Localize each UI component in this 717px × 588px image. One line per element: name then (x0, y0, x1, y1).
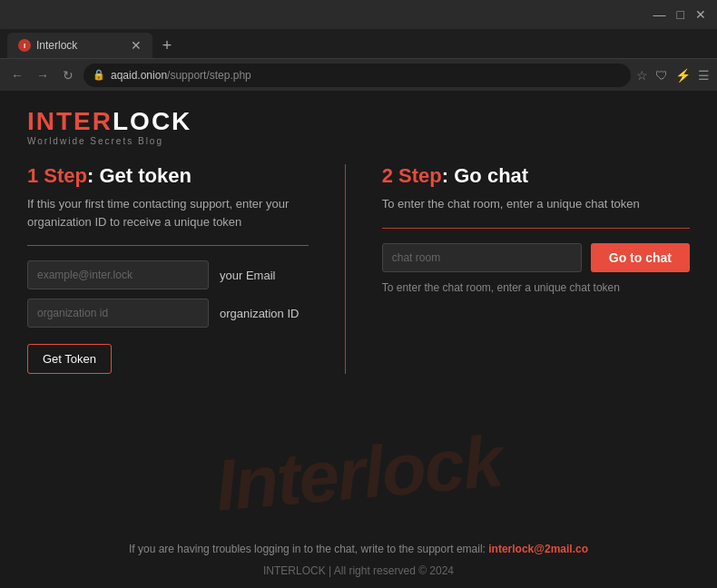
chat-row: Go to chat (382, 243, 690, 272)
window-controls-right: — □ ✕ (653, 7, 710, 22)
org-label: organization ID (220, 307, 299, 320)
url-bar[interactable]: 🔒 aqaid.onion/support/step.php (83, 64, 631, 87)
footer-trouble-text: If you are having troubles logging in to… (129, 543, 486, 555)
close-button[interactable]: ✕ (695, 7, 706, 22)
go-to-chat-button[interactable]: Go to chat (591, 243, 690, 272)
step1-heading: 1 Step: Get token (27, 164, 309, 188)
chat-token-input[interactable] (382, 243, 582, 272)
footer-email: interlock@2mail.co (488, 543, 588, 555)
two-col-layout: 1 Step: Get token If this your first tim… (27, 164, 690, 374)
tab-title: Interlock (36, 39, 77, 52)
back-button[interactable]: ← (7, 65, 27, 85)
page-content: Interlock INTERLOCK Worldwide Secrets Bl… (0, 91, 717, 588)
tab-favicon: I (18, 39, 31, 52)
bookmark-icon[interactable]: ☆ (636, 68, 648, 83)
email-input[interactable] (27, 260, 209, 289)
security-icon: 🔒 (93, 69, 105, 81)
step1-description: If this your first time contacting suppo… (27, 195, 309, 230)
step1-num: 1 Step (27, 164, 87, 187)
email-row: your Email (27, 260, 309, 289)
step2-divider (382, 228, 690, 229)
org-input[interactable] (27, 299, 209, 328)
menu-icon[interactable]: ☰ (698, 68, 710, 83)
nav-icons-right: ☆ 🛡 ⚡ ☰ (636, 68, 710, 83)
step2-column: 2 Step: Go chat To enter the chat room, … (382, 164, 690, 374)
step2-heading-text: : Go chat (442, 164, 528, 187)
get-token-button[interactable]: Get Token (27, 344, 112, 374)
new-tab-button[interactable]: + (156, 34, 178, 56)
step1-divider (27, 245, 309, 246)
footer: If you are having troubles logging in to… (0, 532, 717, 588)
logo: INTERLOCK (27, 109, 690, 134)
step2-heading: 2 Step: Go chat (382, 164, 690, 188)
email-label: your Email (220, 269, 275, 282)
extensions-icon[interactable]: ⚡ (675, 68, 691, 83)
minimize-button[interactable]: — (653, 7, 666, 22)
forward-button[interactable]: → (33, 65, 53, 85)
chat-hint: To enter the chat room, enter a unique c… (382, 281, 690, 294)
org-row: organization ID (27, 299, 309, 328)
nav-bar: ← → ↻ 🔒 aqaid.onion/support/step.php ☆ 🛡… (0, 58, 717, 91)
url-domain: aqaid.onion (111, 69, 167, 82)
logo-tagline: Worldwide Secrets Blog (27, 136, 690, 146)
tab-close-button[interactable]: ✕ (131, 38, 142, 53)
step1-column: 1 Step: Get token If this your first tim… (27, 164, 309, 374)
tab-bar: I Interlock ✕ + (0, 29, 717, 58)
logo-lock: LOCK (113, 107, 192, 135)
logo-section: INTERLOCK Worldwide Secrets Blog (27, 109, 690, 146)
watermark: Interlock (0, 401, 717, 547)
active-tab[interactable]: I Interlock ✕ (7, 33, 152, 58)
title-bar: — □ ✕ (0, 0, 717, 29)
footer-copyright: INTERLOCK | All right reserved © 2024 (27, 564, 690, 577)
restore-button[interactable]: □ (677, 7, 684, 22)
step1-heading-text: : Get token (87, 164, 192, 187)
step2-num: 2 Step (382, 164, 442, 187)
shield-icon[interactable]: 🛡 (655, 68, 668, 83)
refresh-button[interactable]: ↻ (58, 65, 78, 85)
footer-trouble: If you are having troubles logging in to… (27, 543, 690, 555)
step2-description: To enter the chat room, enter a unique c… (382, 195, 690, 213)
url-path: /support/step.php (167, 69, 251, 82)
browser-chrome: — □ ✕ I Interlock ✕ + ← → ↻ 🔒 aqaid.onio… (0, 0, 717, 91)
url-text: aqaid.onion/support/step.php (111, 69, 622, 82)
logo-inter: INTER (27, 107, 113, 135)
column-divider (345, 164, 346, 374)
main-container: INTERLOCK Worldwide Secrets Blog 1 Step:… (0, 91, 717, 392)
